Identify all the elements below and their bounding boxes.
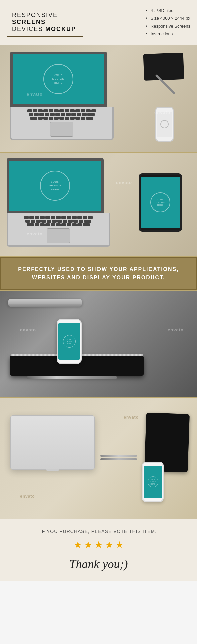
phone-side-watermark: YOURDESIGNHERE: [63, 335, 76, 348]
key-row-2-2: [11, 220, 106, 223]
key: [63, 220, 67, 223]
key: [47, 220, 51, 223]
key: [70, 109, 75, 112]
key: [72, 223, 77, 226]
tablet-watermark-text: YOURDESIGNHERE: [156, 198, 165, 206]
key: [59, 117, 64, 120]
promo-line1: PERFECTLY USED TO SHOW YOUR APPLICATIONS…: [18, 266, 179, 272]
key: [75, 117, 80, 120]
phone-screen-small: [157, 112, 172, 137]
laptop-closed-flat: [10, 415, 95, 470]
key: [61, 216, 66, 219]
key: [36, 220, 41, 223]
star-4: ★: [105, 539, 113, 550]
phone-side-screen: YOURDESIGNHERE: [58, 323, 80, 360]
panel-4-device-mockup: YOURDESIGNHERE envato envato: [0, 398, 197, 519]
key: [40, 216, 45, 219]
key: [68, 220, 73, 223]
feature-item-3: Responsive Screens: [146, 22, 190, 30]
envato-watermark-p3-left: envato: [20, 327, 36, 332]
envato-watermark-p4-right: envato: [124, 415, 139, 420]
key: [86, 117, 93, 120]
envato-watermark-p3-right: envato: [168, 327, 184, 332]
key: [67, 216, 71, 219]
key: [77, 223, 82, 226]
stars-row: ★ ★ ★ ★ ★: [7, 539, 190, 550]
header-title-bold2: MOCKUP: [45, 26, 76, 32]
key-row-2-3: [11, 223, 106, 226]
key: [24, 216, 29, 219]
key: [35, 223, 39, 226]
envato-watermark-right: envato: [154, 110, 170, 115]
panel-3-device-mockup: YOURDESIGNHERE envato envato: [0, 291, 197, 397]
laptop-keyboard: [10, 107, 114, 140]
laptop-screen-watermark-2: YOURDESIGNHERE: [40, 171, 70, 201]
footer-section: IF YOU PURCHASE, PLEASE VOTE THIS ITEM. …: [0, 519, 197, 581]
key: [84, 220, 91, 223]
key: [27, 109, 32, 112]
key: [77, 216, 82, 219]
key: [34, 113, 39, 116]
key: [49, 109, 53, 112]
promo-text: PERFECTLY USED TO SHOW YOUR APPLICATIONS…: [8, 265, 189, 282]
star-1: ★: [74, 539, 82, 550]
star-5: ★: [115, 539, 124, 550]
header-title-box: RESPONSIVE SCREENS DEVICES MOCKUP: [7, 8, 83, 37]
key: [39, 113, 44, 116]
laptop-watermark-text: YOURDESIGNHERE: [52, 73, 65, 85]
laptop-closed-bottom: [8, 304, 82, 307]
tablet-view: YOURDESIGNHERE: [139, 173, 182, 232]
key-row-2: [14, 113, 110, 116]
key: [79, 220, 83, 223]
key: [87, 113, 95, 116]
header-title-line2: DEVICES MOCKUP: [12, 26, 78, 33]
keyboard-keys-2: [8, 213, 109, 229]
tablet-watermark: YOURDESIGNHERE: [150, 192, 170, 212]
phone-side-watermark-text: YOURDESIGNHERE: [66, 338, 72, 345]
key: [77, 113, 81, 116]
key: [43, 117, 48, 120]
key: [81, 117, 85, 120]
envato-watermark-left: envato: [27, 92, 43, 97]
promo-line2: WEBSITES AND DISPLAY YOUR PRODUCT.: [32, 275, 165, 280]
laptop-screen: YOURDESIGNHERE: [10, 52, 107, 107]
keyboard-keys: [11, 107, 112, 122]
pen-on-notebook: [27, 376, 117, 379]
key: [56, 223, 61, 226]
promo-banner: PERFECTLY USED TO SHOW YOUR APPLICATIONS…: [0, 257, 197, 290]
feature-item-4: Instructions: [146, 30, 190, 38]
key: [71, 113, 76, 116]
key: [49, 117, 53, 120]
phone-p4-screen: YOURDESIGNHERE: [144, 466, 162, 498]
envato-watermark-p2-left: envato: [27, 231, 43, 236]
key: [45, 223, 50, 226]
vote-text: IF YOU PURCHASE, PLEASE VOTE THIS ITEM.: [7, 529, 190, 534]
key: [65, 109, 69, 112]
key: [35, 216, 39, 219]
key: [73, 220, 78, 223]
thank-you-text: Thank you;): [7, 557, 190, 571]
laptop-screen-watermark: YOURDESIGNHERE: [43, 64, 73, 94]
key: [57, 220, 62, 223]
pen-p4-2: [100, 458, 137, 460]
pen-p4-1: [100, 455, 137, 457]
header-title-line1: RESPONSIVE SCREENS: [12, 12, 78, 26]
phone-side-view: YOURDESIGNHERE: [57, 319, 82, 364]
key: [33, 109, 37, 112]
key: [25, 220, 30, 223]
feature-item-2: Size 4000 × 2444 px: [146, 14, 190, 22]
phone-circle-icon: [160, 120, 169, 128]
key: [54, 109, 59, 112]
key: [29, 113, 33, 116]
key: [72, 216, 77, 219]
key: [88, 216, 93, 219]
tablet-screen: YOURDESIGNHERE: [141, 177, 180, 228]
phone-p4-watermark: YOURDESIGNHERE: [148, 476, 158, 487]
laptop-screen-2: YOURDESIGNHERE: [7, 158, 104, 213]
key: [83, 223, 90, 226]
key: [59, 109, 64, 112]
key: [67, 223, 71, 226]
key: [66, 113, 71, 116]
star-2: ★: [84, 539, 92, 550]
key: [81, 109, 85, 112]
